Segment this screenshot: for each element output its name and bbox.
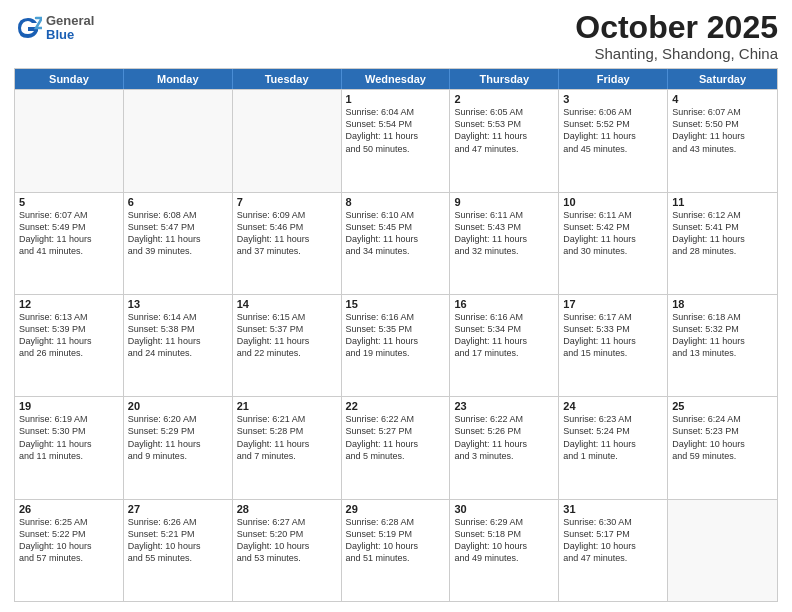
calendar-cell: 18Sunrise: 6:18 AM Sunset: 5:32 PM Dayli… <box>668 295 777 396</box>
calendar: SundayMondayTuesdayWednesdayThursdayFrid… <box>14 68 778 602</box>
calendar-cell: 11Sunrise: 6:12 AM Sunset: 5:41 PM Dayli… <box>668 193 777 294</box>
day-number: 24 <box>563 400 663 412</box>
day-number: 14 <box>237 298 337 310</box>
day-number: 4 <box>672 93 773 105</box>
day-info: Sunrise: 6:16 AM Sunset: 5:35 PM Dayligh… <box>346 311 446 360</box>
header: General Blue October 2025 Shanting, Shan… <box>14 10 778 62</box>
title-block: October 2025 Shanting, Shandong, China <box>575 10 778 62</box>
day-number: 11 <box>672 196 773 208</box>
header-cell-thursday: Thursday <box>450 69 559 89</box>
day-info: Sunrise: 6:08 AM Sunset: 5:47 PM Dayligh… <box>128 209 228 258</box>
calendar-cell: 20Sunrise: 6:20 AM Sunset: 5:29 PM Dayli… <box>124 397 233 498</box>
day-info: Sunrise: 6:06 AM Sunset: 5:52 PM Dayligh… <box>563 106 663 155</box>
calendar-cell: 13Sunrise: 6:14 AM Sunset: 5:38 PM Dayli… <box>124 295 233 396</box>
calendar-cell: 29Sunrise: 6:28 AM Sunset: 5:19 PM Dayli… <box>342 500 451 601</box>
day-number: 6 <box>128 196 228 208</box>
calendar-cell: 10Sunrise: 6:11 AM Sunset: 5:42 PM Dayli… <box>559 193 668 294</box>
calendar-cell: 22Sunrise: 6:22 AM Sunset: 5:27 PM Dayli… <box>342 397 451 498</box>
day-info: Sunrise: 6:04 AM Sunset: 5:54 PM Dayligh… <box>346 106 446 155</box>
calendar-cell <box>15 90 124 191</box>
day-info: Sunrise: 6:29 AM Sunset: 5:18 PM Dayligh… <box>454 516 554 565</box>
day-info: Sunrise: 6:23 AM Sunset: 5:24 PM Dayligh… <box>563 413 663 462</box>
day-number: 15 <box>346 298 446 310</box>
day-info: Sunrise: 6:07 AM Sunset: 5:50 PM Dayligh… <box>672 106 773 155</box>
header-cell-monday: Monday <box>124 69 233 89</box>
day-number: 21 <box>237 400 337 412</box>
day-info: Sunrise: 6:13 AM Sunset: 5:39 PM Dayligh… <box>19 311 119 360</box>
month-title: October 2025 <box>575 10 778 45</box>
day-number: 27 <box>128 503 228 515</box>
day-info: Sunrise: 6:15 AM Sunset: 5:37 PM Dayligh… <box>237 311 337 360</box>
calendar-row-0: 1Sunrise: 6:04 AM Sunset: 5:54 PM Daylig… <box>15 89 777 191</box>
calendar-cell: 4Sunrise: 6:07 AM Sunset: 5:50 PM Daylig… <box>668 90 777 191</box>
day-number: 22 <box>346 400 446 412</box>
calendar-header: SundayMondayTuesdayWednesdayThursdayFrid… <box>15 69 777 89</box>
day-info: Sunrise: 6:11 AM Sunset: 5:43 PM Dayligh… <box>454 209 554 258</box>
day-info: Sunrise: 6:22 AM Sunset: 5:27 PM Dayligh… <box>346 413 446 462</box>
day-number: 10 <box>563 196 663 208</box>
calendar-cell: 15Sunrise: 6:16 AM Sunset: 5:35 PM Dayli… <box>342 295 451 396</box>
day-number: 16 <box>454 298 554 310</box>
day-info: Sunrise: 6:26 AM Sunset: 5:21 PM Dayligh… <box>128 516 228 565</box>
calendar-row-4: 26Sunrise: 6:25 AM Sunset: 5:22 PM Dayli… <box>15 499 777 601</box>
day-info: Sunrise: 6:22 AM Sunset: 5:26 PM Dayligh… <box>454 413 554 462</box>
day-info: Sunrise: 6:20 AM Sunset: 5:29 PM Dayligh… <box>128 413 228 462</box>
day-info: Sunrise: 6:28 AM Sunset: 5:19 PM Dayligh… <box>346 516 446 565</box>
day-info: Sunrise: 6:11 AM Sunset: 5:42 PM Dayligh… <box>563 209 663 258</box>
calendar-cell: 17Sunrise: 6:17 AM Sunset: 5:33 PM Dayli… <box>559 295 668 396</box>
calendar-cell: 27Sunrise: 6:26 AM Sunset: 5:21 PM Dayli… <box>124 500 233 601</box>
day-info: Sunrise: 6:18 AM Sunset: 5:32 PM Dayligh… <box>672 311 773 360</box>
day-number: 9 <box>454 196 554 208</box>
day-number: 12 <box>19 298 119 310</box>
header-cell-friday: Friday <box>559 69 668 89</box>
day-info: Sunrise: 6:24 AM Sunset: 5:23 PM Dayligh… <box>672 413 773 462</box>
calendar-row-1: 5Sunrise: 6:07 AM Sunset: 5:49 PM Daylig… <box>15 192 777 294</box>
day-number: 1 <box>346 93 446 105</box>
day-number: 28 <box>237 503 337 515</box>
day-info: Sunrise: 6:07 AM Sunset: 5:49 PM Dayligh… <box>19 209 119 258</box>
day-number: 25 <box>672 400 773 412</box>
day-info: Sunrise: 6:30 AM Sunset: 5:17 PM Dayligh… <box>563 516 663 565</box>
calendar-cell <box>124 90 233 191</box>
calendar-cell: 16Sunrise: 6:16 AM Sunset: 5:34 PM Dayli… <box>450 295 559 396</box>
day-number: 8 <box>346 196 446 208</box>
calendar-cell: 6Sunrise: 6:08 AM Sunset: 5:47 PM Daylig… <box>124 193 233 294</box>
calendar-cell: 12Sunrise: 6:13 AM Sunset: 5:39 PM Dayli… <box>15 295 124 396</box>
day-number: 23 <box>454 400 554 412</box>
day-info: Sunrise: 6:05 AM Sunset: 5:53 PM Dayligh… <box>454 106 554 155</box>
calendar-cell <box>233 90 342 191</box>
logo-text: General Blue <box>46 14 94 43</box>
logo-general: General <box>46 14 94 28</box>
calendar-cell: 24Sunrise: 6:23 AM Sunset: 5:24 PM Dayli… <box>559 397 668 498</box>
logo-blue: Blue <box>46 28 94 42</box>
calendar-cell: 7Sunrise: 6:09 AM Sunset: 5:46 PM Daylig… <box>233 193 342 294</box>
day-info: Sunrise: 6:16 AM Sunset: 5:34 PM Dayligh… <box>454 311 554 360</box>
day-number: 3 <box>563 93 663 105</box>
calendar-cell <box>668 500 777 601</box>
day-info: Sunrise: 6:27 AM Sunset: 5:20 PM Dayligh… <box>237 516 337 565</box>
day-info: Sunrise: 6:19 AM Sunset: 5:30 PM Dayligh… <box>19 413 119 462</box>
calendar-row-2: 12Sunrise: 6:13 AM Sunset: 5:39 PM Dayli… <box>15 294 777 396</box>
day-number: 17 <box>563 298 663 310</box>
header-cell-saturday: Saturday <box>668 69 777 89</box>
location: Shanting, Shandong, China <box>575 45 778 62</box>
day-number: 31 <box>563 503 663 515</box>
calendar-cell: 9Sunrise: 6:11 AM Sunset: 5:43 PM Daylig… <box>450 193 559 294</box>
day-info: Sunrise: 6:12 AM Sunset: 5:41 PM Dayligh… <box>672 209 773 258</box>
calendar-cell: 5Sunrise: 6:07 AM Sunset: 5:49 PM Daylig… <box>15 193 124 294</box>
calendar-row-3: 19Sunrise: 6:19 AM Sunset: 5:30 PM Dayli… <box>15 396 777 498</box>
day-number: 5 <box>19 196 119 208</box>
calendar-cell: 8Sunrise: 6:10 AM Sunset: 5:45 PM Daylig… <box>342 193 451 294</box>
day-info: Sunrise: 6:25 AM Sunset: 5:22 PM Dayligh… <box>19 516 119 565</box>
day-number: 18 <box>672 298 773 310</box>
day-info: Sunrise: 6:10 AM Sunset: 5:45 PM Dayligh… <box>346 209 446 258</box>
day-info: Sunrise: 6:21 AM Sunset: 5:28 PM Dayligh… <box>237 413 337 462</box>
header-cell-tuesday: Tuesday <box>233 69 342 89</box>
calendar-cell: 31Sunrise: 6:30 AM Sunset: 5:17 PM Dayli… <box>559 500 668 601</box>
page: General Blue October 2025 Shanting, Shan… <box>0 0 792 612</box>
header-cell-wednesday: Wednesday <box>342 69 451 89</box>
day-info: Sunrise: 6:14 AM Sunset: 5:38 PM Dayligh… <box>128 311 228 360</box>
calendar-body: 1Sunrise: 6:04 AM Sunset: 5:54 PM Daylig… <box>15 89 777 601</box>
day-number: 29 <box>346 503 446 515</box>
day-info: Sunrise: 6:17 AM Sunset: 5:33 PM Dayligh… <box>563 311 663 360</box>
